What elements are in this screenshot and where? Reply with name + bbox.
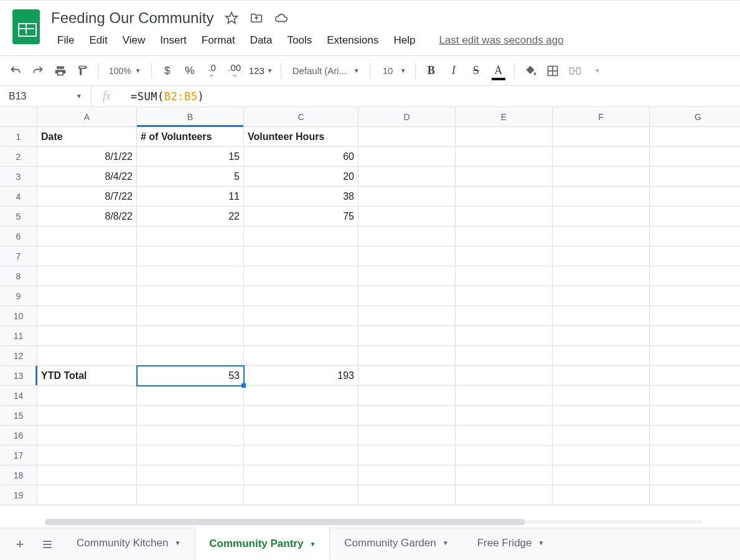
cell-G10[interactable] [650, 306, 740, 326]
increase-decimal-button[interactable]: .00→ [224, 61, 245, 81]
sheet-tab-community-kitchen[interactable]: Community Kitchen▼ [62, 530, 195, 557]
chevron-down-icon[interactable]: ▼ [443, 539, 449, 546]
cell-E15[interactable] [456, 406, 553, 426]
cell-F17[interactable] [553, 446, 650, 465]
cell-G13[interactable] [650, 366, 740, 386]
cell-G19[interactable] [650, 485, 740, 505]
cell-A11[interactable] [37, 326, 137, 346]
cell-E1[interactable] [456, 127, 553, 147]
row-header-6[interactable]: 6 [0, 226, 37, 246]
cell-G16[interactable] [650, 426, 740, 446]
cell-C14[interactable] [244, 386, 358, 406]
horizontal-scrollbar[interactable] [45, 519, 525, 525]
add-sheet-button[interactable]: + [7, 532, 32, 557]
cell-G6[interactable] [650, 226, 740, 246]
cell-G15[interactable] [650, 406, 740, 426]
cell-B1[interactable]: # of Volunteers [137, 127, 244, 147]
col-header-C[interactable]: C [244, 107, 358, 127]
cell-D10[interactable] [358, 306, 456, 326]
cell-B18[interactable] [137, 465, 244, 485]
cell-A15[interactable] [37, 406, 137, 426]
cell-F13[interactable] [553, 366, 650, 386]
cell-F11[interactable] [553, 326, 650, 346]
row-header-8[interactable]: 8 [0, 266, 37, 286]
cell-B14[interactable] [137, 386, 244, 406]
cell-E16[interactable] [456, 426, 553, 446]
cell-F18[interactable] [553, 465, 650, 485]
row-header-10[interactable]: 10 [0, 306, 37, 326]
row-header-4[interactable]: 4 [0, 187, 37, 207]
cell-D3[interactable] [358, 167, 456, 187]
cell-D13[interactable] [358, 366, 456, 386]
cell-D19[interactable] [358, 485, 456, 505]
cell-B16[interactable] [137, 426, 244, 446]
row-header-1[interactable]: 1 [0, 127, 37, 147]
cell-D6[interactable] [358, 226, 456, 246]
row-header-18[interactable]: 18 [0, 465, 37, 485]
text-color-button[interactable]: A [488, 61, 509, 81]
cell-G4[interactable] [650, 187, 740, 207]
cell-A18[interactable] [37, 465, 137, 485]
bold-button[interactable]: B [421, 61, 442, 81]
row-header-15[interactable]: 15 [0, 406, 37, 426]
cell-G1[interactable] [650, 127, 740, 147]
menu-data[interactable]: Data [244, 30, 279, 50]
cell-B5[interactable]: 22 [137, 207, 244, 226]
cell-D9[interactable] [358, 286, 456, 306]
row-header-11[interactable]: 11 [0, 326, 37, 346]
row-header-2[interactable]: 2 [0, 147, 37, 167]
cell-C7[interactable] [244, 246, 358, 266]
print-button[interactable] [50, 61, 71, 81]
move-icon[interactable] [250, 11, 263, 25]
cell-E6[interactable] [456, 226, 553, 246]
cell-B8[interactable] [137, 266, 244, 286]
cell-B17[interactable] [137, 446, 244, 465]
cell-B10[interactable] [137, 306, 244, 326]
col-header-E[interactable]: E [456, 107, 553, 127]
cell-A13[interactable]: YTD Total [37, 366, 137, 386]
doc-title[interactable]: Feeding Our Community [51, 9, 213, 27]
cell-F19[interactable] [553, 485, 650, 505]
cell-E12[interactable] [456, 346, 553, 366]
cell-C8[interactable] [244, 266, 358, 286]
cell-C4[interactable]: 38 [244, 187, 358, 207]
menu-tools[interactable]: Tools [281, 30, 319, 50]
cell-C13[interactable]: 193 [244, 366, 358, 386]
cell-G11[interactable] [650, 326, 740, 346]
cell-F10[interactable] [553, 306, 650, 326]
spreadsheet-grid[interactable]: ABCDEFG1Date# of VolunteersVolunteer Hou… [0, 107, 740, 505]
col-header-F[interactable]: F [553, 107, 650, 127]
redo-button[interactable] [27, 61, 49, 81]
chevron-down-icon[interactable]: ▼ [174, 539, 180, 546]
cell-E2[interactable] [456, 147, 553, 167]
cell-D18[interactable] [358, 465, 456, 485]
cell-C9[interactable] [244, 286, 358, 306]
row-header-14[interactable]: 14 [0, 386, 37, 406]
cell-C16[interactable] [244, 426, 358, 446]
row-header-13[interactable]: 13 [0, 366, 37, 386]
name-box[interactable]: B13 [0, 86, 41, 106]
cell-B13[interactable]: 53 [137, 366, 244, 386]
cell-C5[interactable]: 75 [244, 207, 358, 226]
cell-C10[interactable] [244, 306, 358, 326]
cell-A1[interactable]: Date [37, 127, 137, 147]
cell-D16[interactable] [358, 426, 456, 446]
cell-C19[interactable] [244, 485, 358, 505]
zoom-dropdown[interactable]: 100%▼ [104, 66, 146, 76]
menu-view[interactable]: View [116, 30, 152, 50]
cell-C12[interactable] [244, 346, 358, 366]
col-header-A[interactable]: A [37, 107, 137, 127]
star-icon[interactable] [225, 11, 238, 25]
cell-B2[interactable]: 15 [137, 147, 244, 167]
cell-E9[interactable] [456, 286, 553, 306]
cell-D4[interactable] [358, 187, 456, 207]
undo-button[interactable] [5, 61, 26, 81]
decrease-decimal-button[interactable]: .0← [202, 61, 223, 81]
cell-D5[interactable] [358, 207, 456, 226]
cell-E18[interactable] [456, 465, 553, 485]
row-header-16[interactable]: 16 [0, 426, 37, 446]
cell-A6[interactable] [37, 226, 137, 246]
cell-F15[interactable] [553, 406, 650, 426]
cell-C3[interactable]: 20 [244, 167, 358, 187]
format-percent-button[interactable]: % [179, 61, 200, 81]
